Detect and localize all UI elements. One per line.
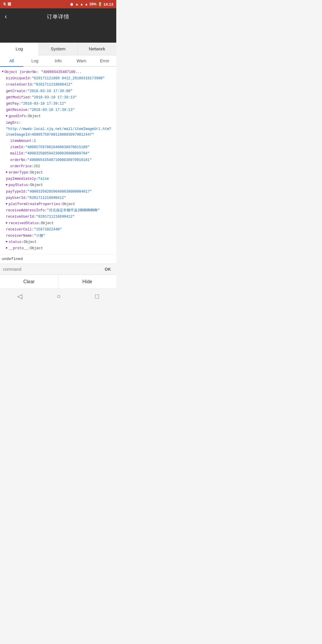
wifi-icon: ▲ — [75, 2, 79, 6]
field-proto[interactable]: ▶ __proto__: Object — [2, 245, 114, 252]
back-button[interactable]: ‹ — [5, 13, 7, 21]
field-goodInfo[interactable]: ▶ goodInfo: Object — [2, 113, 114, 120]
expand-payStatus[interactable]: ▶ — [6, 182, 8, 188]
field-payUserId: payUserId: "8201711218690412" — [2, 195, 114, 201]
signal-icon-2: ▲ — [85, 2, 88, 6]
hide-button[interactable]: Hide — [58, 275, 117, 289]
signal-icon-1: ▲ — [80, 2, 83, 6]
dark-background-area — [0, 25, 116, 43]
status-bar: ⇅ 🖼 ⏰ ▲ ▲ ▲ 39% 🔋 14:13 — [0, 0, 116, 8]
transfer-icon: ⇅ — [3, 2, 6, 6]
field-bizUniqueId: bizUniqueId: "820171121869 0412_20180310… — [2, 75, 114, 82]
filter-info[interactable]: Info — [47, 55, 70, 66]
field-mallId: mallId: "4000325805942308030000009704" — [2, 151, 114, 157]
field-receiveUserId: receiveUserId: "8201711218690412" — [2, 214, 114, 220]
object-header-text: Object {orderNo: "400065435487100... — [4, 69, 82, 75]
field-platformCreateProperties[interactable]: ▶ platformCreateProperties: Object — [2, 201, 114, 208]
alarm-icon: ⏰ — [69, 2, 74, 6]
nav-recent-button[interactable]: □ — [95, 292, 99, 300]
filter-error[interactable]: Error — [93, 55, 116, 66]
field-imgSrc: imgSrc: — [2, 120, 114, 126]
app-bar: ‹ 订单详情 — [0, 8, 116, 25]
field-receiverName: receiverName: "小雅" — [2, 233, 114, 239]
expand-receivedStatus[interactable]: ▶ — [6, 221, 8, 226]
clear-button[interactable]: Clear — [0, 275, 58, 289]
collapse-triangle[interactable]: ▼ — [2, 69, 4, 75]
field-gmtModified: gmtModified: "2018-03-10 17:39:13" — [2, 95, 114, 101]
field-orderType[interactable]: ▶ orderType: Object — [2, 170, 114, 176]
expand-goodInfo[interactable]: ▶ — [6, 114, 8, 119]
field-imgSrc-value: "http://mweb-local.xjq.net/mall/itemImag… — [2, 126, 114, 138]
field-payTypeId: payTypeId: "4000335820596408030000004817… — [2, 189, 114, 195]
field-gmtCreate: gmtCreate: "2018-03-10 17:39:08" — [2, 88, 114, 95]
status-left-icons: ⇅ 🖼 — [3, 2, 11, 6]
android-nav-bar: ◁ ○ □ — [0, 289, 116, 304]
expand-platformCreateProperties[interactable]: ▶ — [6, 202, 8, 207]
page-title: 订单详情 — [47, 13, 69, 20]
tab-network[interactable]: Network — [78, 43, 116, 55]
field-gmtPay: gmtPay: "2018-03-10 17:39:12" — [2, 101, 114, 107]
field-receiveAddressInfo: receiveAddressInfo: "河北保定市顺平县2啊啊啊啊啊" — [2, 208, 114, 214]
field-gmtReceive: gmtReceive: "2018-03-10 17:39:13" — [2, 107, 114, 113]
debug-tabs-row: Log System Network — [0, 43, 116, 55]
filter-warn[interactable]: Warn — [70, 55, 93, 66]
tab-log[interactable]: Log — [0, 43, 39, 55]
filter-tabs-row: All Log Info Warn Error — [0, 55, 116, 67]
filter-all[interactable]: All — [0, 55, 23, 67]
log-content-area: ▼ Object {orderNo: "400065435487100... b… — [0, 67, 116, 254]
command-input-area: OK — [0, 264, 116, 275]
nav-home-button[interactable]: ○ — [57, 292, 61, 300]
field-receivedStatus[interactable]: ▶ receivedStatus: Object — [2, 220, 114, 227]
field-createUserId: createUserId: "8201711218690412" — [2, 82, 114, 88]
command-input[interactable] — [3, 267, 100, 272]
field-status[interactable]: ▶ status: Object — [2, 239, 114, 245]
field-payImmediately: payImmediately: false — [2, 176, 114, 182]
battery-percent: 39% — [89, 2, 97, 6]
expand-status[interactable]: ▶ — [6, 239, 8, 245]
bottom-actions-bar: Clear Hide — [0, 275, 116, 289]
status-time: 14:13 — [103, 2, 113, 7]
log-object-header: ▼ Object {orderNo: "400065435487100... — [2, 69, 114, 75]
expand-proto[interactable]: ▶ — [6, 246, 8, 251]
field-receiverCell: receiverCell: "15671022440" — [2, 227, 114, 233]
expand-orderType[interactable]: ▶ — [6, 170, 8, 176]
status-right-info: ⏰ ▲ ▲ ▲ 39% 🔋 14:13 — [69, 2, 113, 7]
image-icon: 🖼 — [7, 2, 11, 6]
battery-icon: 🔋 — [98, 2, 102, 6]
undefined-output: undefined — [0, 254, 116, 264]
field-orderNo: orderNo: "4000654354871008030970016181" — [2, 157, 114, 163]
ok-button[interactable]: OK — [102, 266, 113, 273]
tab-system[interactable]: System — [39, 43, 78, 55]
field-orderPrice: orderPrice: 262 — [2, 163, 114, 170]
nav-back-button[interactable]: ◁ — [17, 292, 22, 300]
field-payStatus[interactable]: ▶ payStatus: Object — [2, 182, 114, 188]
field-itemId: itemId: "4000575978010408030970015189" — [2, 144, 114, 151]
field-itemAmount: itemAmount: 1 — [2, 138, 114, 144]
filter-log[interactable]: Log — [23, 55, 47, 66]
